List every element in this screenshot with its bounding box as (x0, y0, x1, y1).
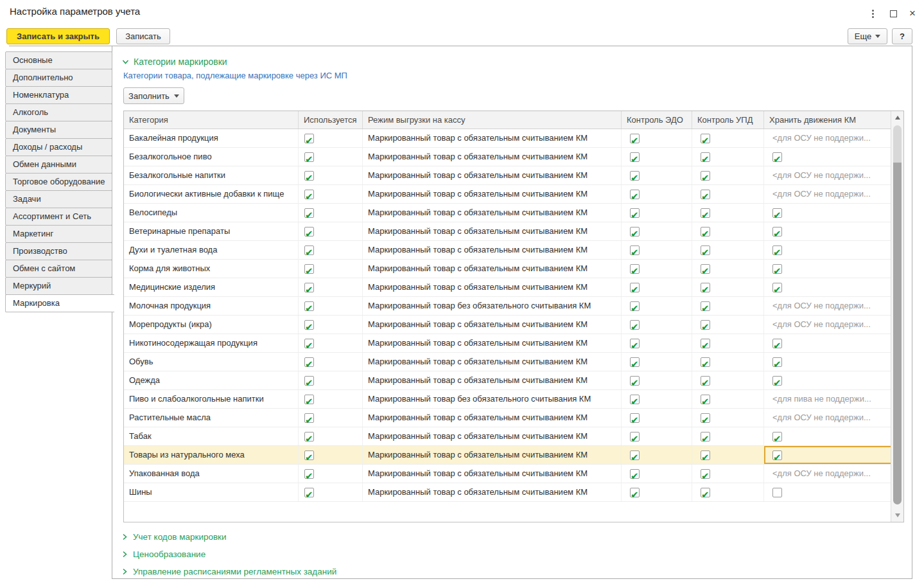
cell-cash-mode[interactable]: Маркированный товар с обязательным считы… (363, 446, 622, 464)
cell-category[interactable]: Безалкогольные напитки (124, 166, 299, 184)
cell-category[interactable]: Табак (124, 427, 299, 445)
cell-used[interactable] (299, 241, 363, 259)
cell-edo-control[interactable] (622, 129, 692, 147)
cell-store-km-movements[interactable] (764, 483, 903, 501)
used-checkbox[interactable] (304, 134, 314, 143)
edo-checkbox[interactable] (630, 208, 640, 218)
cell-edo-control[interactable] (622, 390, 692, 408)
edo-checkbox[interactable] (630, 432, 640, 441)
cell-upd-control[interactable] (692, 483, 764, 501)
sidebar-tab-12[interactable]: Обмен с сайтом (5, 260, 112, 278)
used-checkbox[interactable] (304, 469, 314, 479)
cell-category[interactable]: Обувь (124, 353, 299, 371)
sidebar-tab-4[interactable]: Документы (5, 121, 112, 139)
cell-edo-control[interactable] (622, 316, 692, 334)
cell-edo-control[interactable] (622, 204, 692, 222)
used-checkbox[interactable] (304, 283, 314, 292)
upd-checkbox[interactable] (701, 376, 710, 386)
upd-checkbox[interactable] (701, 171, 710, 181)
cell-upd-control[interactable] (692, 427, 764, 445)
cell-store-km-movements[interactable] (764, 222, 903, 240)
used-checkbox[interactable] (304, 450, 314, 460)
cell-edo-control[interactable] (622, 148, 692, 166)
sidebar-tab-13[interactable]: Меркурий (5, 277, 112, 295)
cell-cash-mode[interactable]: Маркированный товар с обязательным считы… (363, 260, 622, 278)
used-checkbox[interactable] (304, 171, 314, 181)
column-header-2[interactable]: Режим выгрузки на кассу (363, 111, 622, 129)
sidebar-tab-5[interactable]: Доходы / расходы (5, 138, 112, 156)
cell-cash-mode[interactable]: Маркированный товар с обязательным считы… (363, 278, 622, 296)
used-checkbox[interactable] (304, 301, 314, 311)
column-header-1[interactable]: Используется (299, 111, 363, 129)
cell-cash-mode[interactable]: Маркированный товар с обязательным считы… (363, 353, 622, 371)
upd-checkbox[interactable] (701, 469, 710, 479)
section-header-km-accounting[interactable]: Учет кодов маркировки (122, 528, 227, 545)
upd-checkbox[interactable] (701, 395, 710, 404)
cell-used[interactable] (299, 148, 363, 166)
cell-upd-control[interactable] (692, 390, 764, 408)
maximize-icon[interactable] (886, 7, 900, 20)
cell-upd-control[interactable] (692, 446, 764, 464)
cell-upd-control[interactable] (692, 465, 764, 483)
help-button[interactable]: ? (892, 28, 912, 44)
save-button[interactable]: Записать (116, 28, 170, 44)
cell-store-km-movements[interactable] (764, 446, 903, 464)
cell-cash-mode[interactable]: Маркированный товар с обязательным считы… (363, 222, 622, 240)
cell-category[interactable]: Никотиносодержащая продукция (124, 334, 299, 352)
used-checkbox[interactable] (304, 432, 314, 441)
cell-category[interactable]: Медицинские изделия (124, 278, 299, 296)
cell-upd-control[interactable] (692, 241, 764, 259)
cell-used[interactable] (299, 446, 363, 464)
column-header-3[interactable]: Контроль ЭДО (622, 111, 692, 129)
edo-checkbox[interactable] (630, 301, 640, 311)
sidebar-tab-8[interactable]: Задачи (5, 190, 112, 208)
upd-checkbox[interactable] (701, 488, 710, 497)
column-header-4[interactable]: Контроль УПД (692, 111, 764, 129)
upd-checkbox[interactable] (701, 283, 710, 292)
sidebar-tab-2[interactable]: Номенклатура (5, 86, 112, 104)
cell-edo-control[interactable] (622, 334, 692, 352)
cell-upd-control[interactable] (692, 353, 764, 371)
upd-checkbox[interactable] (701, 339, 710, 348)
cell-cash-mode[interactable]: Маркированный товар с обязательным считы… (363, 316, 622, 334)
used-checkbox[interactable] (304, 488, 314, 497)
cell-store-km-movements[interactable] (764, 427, 903, 445)
cell-used[interactable] (299, 260, 363, 278)
vertical-scrollbar[interactable] (891, 111, 903, 522)
cell-cash-mode[interactable]: Маркированный товар без обязательного сч… (363, 390, 622, 408)
km-checkbox[interactable] (772, 152, 782, 162)
sidebar-tab-10[interactable]: Маркетинг (5, 225, 112, 243)
cell-upd-control[interactable] (692, 185, 764, 203)
fill-button[interactable]: Заполнить (123, 87, 184, 104)
cell-edo-control[interactable] (622, 427, 692, 445)
km-checkbox[interactable] (772, 339, 782, 348)
km-checkbox[interactable] (772, 264, 782, 274)
sidebar-tab-1[interactable]: Дополнительно (5, 69, 112, 87)
edo-checkbox[interactable] (630, 357, 640, 367)
cell-upd-control[interactable] (692, 148, 764, 166)
cell-store-km-movements[interactable] (764, 204, 903, 222)
cell-store-km-movements[interactable] (764, 353, 903, 371)
cell-store-km-movements[interactable]: <для ОСУ не поддержи... (764, 465, 903, 483)
section-header-marking-categories[interactable]: Категории маркировки (122, 57, 227, 67)
cell-upd-control[interactable] (692, 260, 764, 278)
cell-store-km-movements[interactable]: <для ОСУ не поддержи... (764, 297, 903, 315)
cell-used[interactable] (299, 353, 363, 371)
upd-checkbox[interactable] (701, 190, 710, 199)
cell-cash-mode[interactable]: Маркированный товар с обязательным считы… (363, 185, 622, 203)
cell-store-km-movements[interactable] (764, 334, 903, 352)
close-icon[interactable]: × (905, 7, 920, 20)
sidebar-tab-9[interactable]: Ассортимент и Сеть (5, 208, 112, 226)
more-button[interactable]: Еще (848, 28, 887, 44)
km-checkbox[interactable] (772, 450, 782, 460)
cell-upd-control[interactable] (692, 166, 764, 184)
cell-category[interactable]: Бакалейная продукция (124, 129, 299, 147)
cell-edo-control[interactable] (622, 297, 692, 315)
used-checkbox[interactable] (304, 395, 314, 404)
sidebar-tab-0[interactable]: Основные (5, 51, 112, 69)
used-checkbox[interactable] (304, 413, 314, 423)
window-menu-kebab-icon[interactable] (866, 7, 880, 20)
cell-used[interactable] (299, 222, 363, 240)
column-header-0[interactable]: Категория (124, 111, 299, 129)
cell-upd-control[interactable] (692, 334, 764, 352)
